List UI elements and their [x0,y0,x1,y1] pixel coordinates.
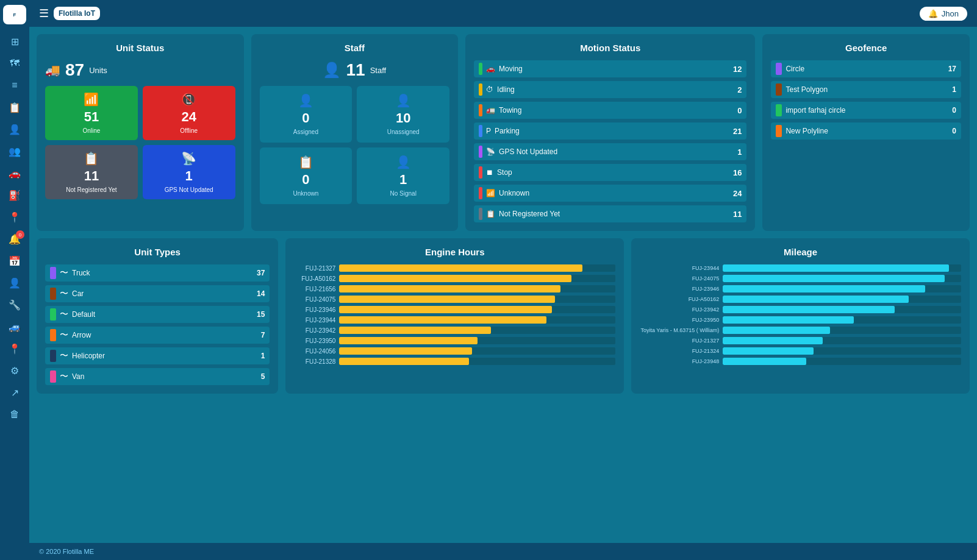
motion-item-left: 📡 GPS Not Updated [479,146,557,158]
mileage-bar-label: FUJ-24075 [640,275,719,282]
unit-type-item[interactable]: 〜 Arrow 7 [45,327,270,344]
sidebar-item-share[interactable]: ↗ [4,383,26,402]
type-icon: 〜 [60,350,68,361]
mileage-bar-fill [723,296,909,303]
assigned-box[interactable]: 👤 0 Assigned [260,86,353,143]
mileage-bar-fill [723,337,823,344]
motion-count: 0 [737,106,742,115]
engine-bar-label: FUJ-23942 [294,327,335,334]
sidebar-item-tracking[interactable]: ≡ [4,76,26,95]
motion-item-left: 📋 Not Registered Yet [479,208,560,220]
type-name: Van [72,372,84,381]
unassigned-icon: 👤 [396,93,411,108]
sidebar-item-driver[interactable]: 🚙 [4,317,26,336]
motion-count: 1 [737,147,742,157]
engine-bar-fill [339,275,571,282]
motion-item[interactable]: 🚗 Moving 12 [474,60,746,77]
offline-box[interactable]: 📵 24 Offline [143,86,235,140]
sidebar-item-reports[interactable]: 📋 [4,97,26,117]
unit-type-item[interactable]: 〜 Car 14 [45,285,270,302]
type-name: Car [72,289,84,298]
unit-status-title: Unit Status [45,43,235,53]
unit-type-item[interactable]: 〜 Default 15 [45,306,270,323]
gps-icon: 📡 [181,151,196,166]
geo-item[interactable]: New Polyline 0 [771,122,961,140]
engine-bar-label: FUJ-23946 [294,307,335,313]
mileage-bar-label: FUJ-23946 [640,286,719,292]
unit-type-item[interactable]: 〜 Helicopter 1 [45,347,270,364]
engine-bar-label: FUJ-21328 [294,358,335,365]
no-wifi-icon: 📵 [181,92,196,107]
no-signal-count: 1 [399,172,407,188]
engine-bar-fill [339,316,546,324]
sidebar-item-poi[interactable]: 📍 [4,207,26,227]
unknown-box[interactable]: 📋 0 Unknown [260,147,353,204]
sidebar-item-geofence[interactable]: 📍 [4,339,26,358]
unit-type-item[interactable]: 〜 Truck 37 [45,264,270,282]
gps-not-updated-box[interactable]: 📡 1 GPS Not Updated [143,145,235,199]
engine-bar-row: FUJ-23946 [294,306,615,313]
unit-types-card: Unit Types 〜 Truck 37 〜 Car 14 〜 Default… [37,238,278,394]
engine-bar-track [339,285,615,292]
hamburger-button[interactable]: ☰ [39,7,49,20]
sidebar-item-dashboard[interactable]: ⊞ [4,32,26,51]
motion-item[interactable]: 🚛 Towing 0 [474,102,746,119]
geofence-title: Geofence [771,43,961,53]
assigned-count: 0 [302,110,309,126]
motion-color-bar [479,63,482,75]
mileage-bar-fill [723,347,814,355]
staff-grid: 👤 0 Assigned 👤 10 Unassigned 📋 0 Unknown [260,86,450,204]
motion-item[interactable]: 📶 Unknown 24 [474,185,746,202]
sidebar-item-delete[interactable]: 🗑 [4,405,26,424]
online-box[interactable]: 📶 51 Online [45,86,138,140]
sidebar-item-alerts[interactable]: 🔔 0 [4,229,26,249]
geo-count: 0 [952,127,956,135]
footer: © 2020 Flotilla ME [29,543,977,560]
sidebar-item-map[interactable]: 🗺 [4,54,26,73]
mileage-bar-label: FUJ-23944 [640,265,719,271]
engine-bar-fill [339,264,582,272]
motion-item-left: ⏹ Stop [479,166,512,179]
motion-item[interactable]: ⏱ Idling 2 [474,81,746,98]
motion-item[interactable]: 📋 Not Registered Yet 11 [474,205,746,222]
motion-item[interactable]: 📡 GPS Not Updated 1 [474,143,746,160]
motion-item-left: ⏱ Idling [479,83,515,96]
geo-name: New Polyline [786,127,828,135]
user-button[interactable]: 🔔 Jhon [920,7,967,21]
mileage-bar-row: FUJ-21324 [640,347,961,355]
type-color-bar [50,267,56,279]
mileage-bar-label: FUJ-21327 [640,338,719,344]
mileage-bar-fill [723,264,949,272]
sidebar-item-admin[interactable]: 👤 [4,273,26,292]
sidebar-item-groups[interactable]: 👥 [4,141,26,161]
no-signal-box[interactable]: 👤 1 No Signal [357,147,449,204]
engine-hours-title: Engine Hours [294,247,615,257]
unit-type-left: 〜 Helicopter [50,350,105,362]
sidebar-item-vehicles[interactable]: 🚗 [4,163,26,183]
engine-bar-label: FUJ-23950 [294,338,335,344]
geo-item[interactable]: Circle 17 [771,60,961,77]
mileage-bar-track [723,264,961,272]
sidebar-item-users[interactable]: 👤 [4,119,26,139]
sidebar-logo: F [3,5,26,24]
geo-count: 1 [952,85,956,94]
unassigned-box[interactable]: 👤 10 Unassigned [357,86,449,143]
geo-item[interactable]: Test Polygon 1 [771,81,961,98]
not-registered-box[interactable]: 📋 11 Not Registered Yet [45,145,138,199]
no-signal-icon: 👤 [396,155,411,169]
engine-bar-fill [339,306,552,313]
unit-type-item[interactable]: 〜 Van 5 [45,368,270,385]
motion-item[interactable]: P Parking 21 [474,122,746,140]
sidebar-item-fuel[interactable]: ⛽ [4,185,26,205]
engine-bar-label: FUJ-21327 [294,265,335,272]
motion-item[interactable]: ⏹ Stop 16 [474,164,746,181]
type-color-bar [50,288,56,300]
motion-list: 🚗 Moving 12 ⏱ Idling 2 🚛 Towing 0 P Park… [474,60,746,222]
mileage-bar-fill [723,306,894,313]
mileage-bar-track [723,358,961,365]
sidebar-item-maintenance[interactable]: 🔧 [4,295,26,314]
geo-item[interactable]: import farhaj circle 0 [771,102,961,119]
sidebar-item-history[interactable]: 📅 [4,251,26,271]
not-registered-icon: 📋 [84,151,99,166]
sidebar-item-settings[interactable]: ⚙ [4,361,26,380]
